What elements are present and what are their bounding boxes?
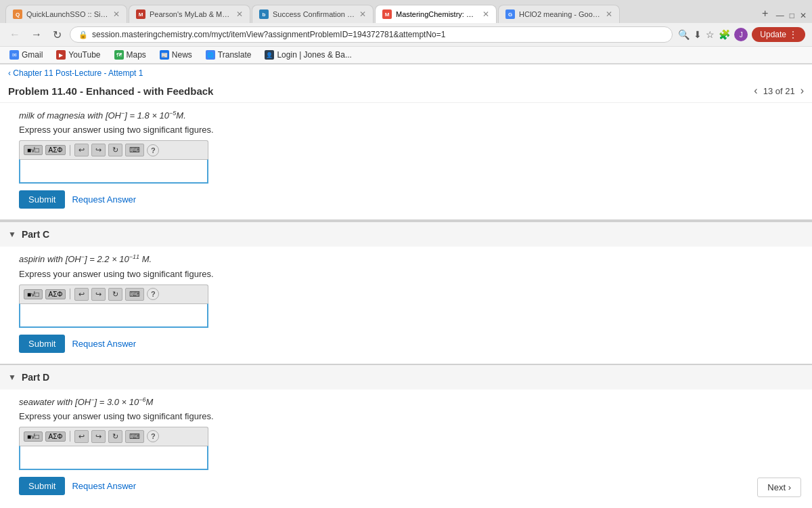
tab-tab4[interactable]: M MasteringChemistry: Chapter ✕ [375,5,497,23]
tab-label: HClO2 meaning - Google Sear [519,10,602,18]
part-b-problem-text: milk of magnesia with [OH−] = 1.8 × 10−5… [19,110,804,121]
prev-problem-button[interactable]: ‹ [754,85,757,97]
problem-title: Problem 11.40 - Enhanced - with Feedback [8,85,213,97]
bookmark-label: Gmail [22,50,43,60]
part-d-greek-button[interactable]: ΑΣΦ [45,431,66,442]
part-b-refresh-button[interactable]: ↻ [108,144,122,156]
part-b-submit-button[interactable]: Submit [19,190,65,209]
bookmark-label: Login | Jones & Ba... [277,50,352,60]
extension-icon[interactable]: 🧩 [719,29,730,40]
bookmark-bm2[interactable]: ▶ YouTube [53,49,103,61]
part-d-header[interactable]: ▼ Part D [0,365,812,389]
reload-button[interactable]: ↻ [50,27,64,43]
window-maximize[interactable]: □ [790,11,794,20]
part-b-undo-button[interactable]: ↩ [74,144,89,156]
url-bar[interactable]: 🔒 session.masteringchemistry.com/myct/it… [70,26,673,43]
part-b-answer-input[interactable] [19,159,208,184]
bookmarks-bar: ✉ Gmail ▶ YouTube 🗺 Maps 📰 News 🌐 Transl… [0,47,812,64]
back-button[interactable]: ← [7,27,23,42]
download-icon[interactable]: ⬇ [694,29,702,40]
window-minimize[interactable]: — [776,11,784,20]
profile-icon[interactable]: J [734,28,748,41]
window-close[interactable]: ✕ [800,11,807,20]
tab-close-icon[interactable]: ✕ [482,9,489,19]
part-c-math-icon: ■√□ [27,291,39,298]
bookmark-label: Translate [218,50,252,60]
part-c-help-button[interactable]: ? [147,288,159,300]
part-b-toolbar: ■√□ ΑΣΦ ↩ ↪ ↻ ⌨ ? [19,140,208,159]
toolbar-separator [70,145,70,156]
part-b-keyboard-button[interactable]: ⌨ [125,144,144,156]
part-b-greek-button[interactable]: ΑΣΦ [45,145,66,155]
part-d-request-answer-button[interactable]: Request Answer [72,481,136,491]
part-d-problem-text: seawater with [OH−] = 3.0 × 10−6M [19,396,804,407]
part-b-request-answer-button[interactable]: Request Answer [72,194,136,205]
part-d-redo-button[interactable]: ↪ [91,430,106,443]
part-c-keyboard-button[interactable]: ⌨ [125,288,144,301]
bookmark-icon: 📰 [160,50,169,60]
forward-button[interactable]: → [28,27,45,42]
part-c-redo-button[interactable]: ↪ [91,288,106,301]
breadcrumb[interactable]: ‹ Chapter 11 Post-Lecture - Attempt 1 [0,64,812,82]
part-c-greek-icon: ΑΣΦ [49,291,63,298]
tab-favicon: M [136,9,145,19]
tab-close-icon[interactable]: ✕ [113,9,120,19]
tab-close-icon[interactable]: ✕ [359,9,366,19]
update-menu-icon: ⋮ [789,30,797,39]
tab-label: QuickLaunchSSO :: Single Sign [26,10,109,18]
problem-counter: 13 of 21 [763,86,795,96]
new-tab-button[interactable]: + [756,4,775,23]
bookmark-bm4[interactable]: 📰 News [157,49,195,61]
tab-favicon: M [382,9,392,19]
tab-tab1[interactable]: Q QuickLaunchSSO :: Single Sign ✕ [5,5,127,23]
bookmark-bm1[interactable]: ✉ Gmail [7,49,45,61]
tab-tab3[interactable]: b Success Confirmation of Ques ✕ [252,5,374,23]
part-d-action-row: Submit Request Answer [19,477,804,495]
tab-label: Pearson's MyLab & Mastering [150,10,232,18]
part-d-collapse-icon: ▼ [8,373,16,382]
part-c-submit-button[interactable]: Submit [19,335,65,353]
next-problem-button[interactable]: › [800,85,804,97]
part-c-greek-button[interactable]: ΑΣΦ [45,289,66,299]
part-d-body: seawater with [OH−] = 3.0 × 10−6M Expres… [0,389,812,506]
part-b-partial: milk of magnesia with [OH−] = 1.8 × 10−5… [0,103,812,221]
part-c-label: Part C [22,229,49,240]
bookmark-icon[interactable]: ☆ [706,29,715,40]
part-d-submit-button[interactable]: Submit [19,477,65,495]
part-c-undo-button[interactable]: ↩ [74,288,89,301]
tab-close-icon[interactable]: ✕ [236,9,243,19]
part-c-math-button[interactable]: ■√□ [24,289,43,299]
math-matrix-icon: ■√□ [27,146,39,154]
tab-close-icon[interactable]: ✕ [606,9,612,19]
part-d-greek-icon: ΑΣΦ [49,433,63,440]
part-d-math-icon: ■√□ [27,433,39,440]
next-button[interactable]: Next › [757,478,801,497]
part-d-undo-button[interactable]: ↩ [74,430,89,443]
part-c-express-text: Express your answer using two significan… [19,269,804,279]
address-bar: ← → ↻ 🔒 session.masteringchemistry.com/m… [0,23,812,47]
part-c-refresh-button[interactable]: ↻ [108,288,122,301]
part-d-refresh-button[interactable]: ↻ [108,430,122,443]
bookmark-bm6[interactable]: 👤 Login | Jones & Ba... [262,49,355,61]
tab-tab2[interactable]: M Pearson's MyLab & Mastering ✕ [129,5,250,23]
bookmark-bm5[interactable]: 🌐 Translate [203,49,254,61]
part-b-math-button[interactable]: ■√□ [24,145,43,155]
tab-tab5[interactable]: G HClO2 meaning - Google Sear ✕ [498,5,620,23]
update-button[interactable]: Update ⋮ [752,27,805,42]
bookmark-bm3[interactable]: 🗺 Maps [112,49,149,61]
part-d-answer-input[interactable] [19,446,208,470]
part-c-header[interactable]: ▼ Part C [0,222,812,247]
part-b-help-button[interactable]: ? [147,144,159,156]
part-d-label: Part D [22,372,49,383]
browser-actions: 🔍 ⬇ ☆ 🧩 J Update ⋮ [678,27,805,42]
part-d-help-button[interactable]: ? [147,430,159,442]
tab-label: Success Confirmation of Ques [273,10,355,18]
part-b-redo-button[interactable]: ↪ [91,144,106,156]
part-c-problem-text: aspirin with [OH−] = 2.2 × 10−11 M. [19,253,804,264]
part-d-math-button[interactable]: ■√□ [24,431,43,442]
part-c-request-answer-button[interactable]: Request Answer [72,339,136,349]
search-icon[interactable]: 🔍 [678,29,690,40]
part-d-keyboard-button[interactable]: ⌨ [125,430,144,443]
part-c-answer-input[interactable] [19,303,208,328]
tab-bar: Q QuickLaunchSSO :: Single Sign ✕ M Pear… [0,0,812,23]
